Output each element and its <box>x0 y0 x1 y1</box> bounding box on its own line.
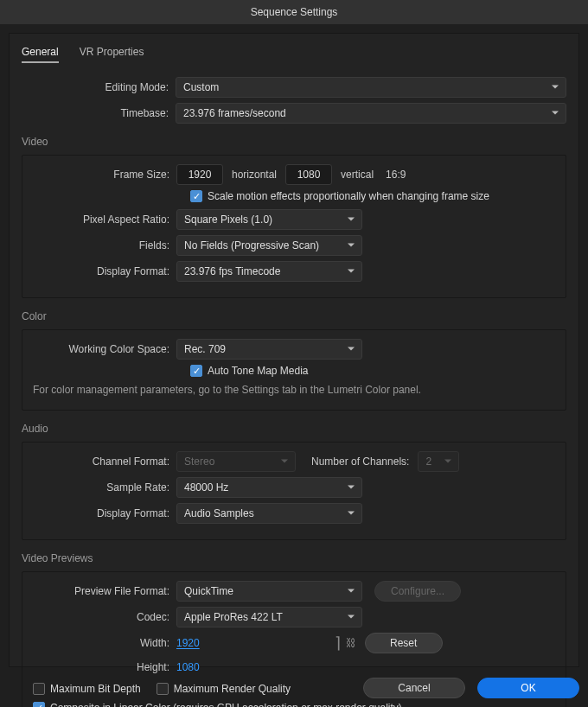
timebase-select[interactable]: 23.976 frames/second <box>176 103 566 124</box>
working-color-space-select[interactable]: Rec. 709 <box>176 339 362 360</box>
horizontal-label: horizontal <box>232 169 277 181</box>
composite-linear-checkbox[interactable] <box>33 702 45 707</box>
section-audio-title: Audio <box>22 423 566 435</box>
video-display-format-select[interactable]: 23.976 fps Timecode <box>176 261 362 282</box>
settings-panel: General VR Properties Editing Mode: Cust… <box>9 33 579 667</box>
configure-button: Configure... <box>374 581 461 602</box>
editing-mode-label: Editing Mode: <box>22 81 176 93</box>
working-color-space-label: Working Color Space: <box>33 343 176 355</box>
tab-general[interactable]: General <box>22 46 59 63</box>
link-dimensions-icon[interactable]: ⛓ <box>346 637 356 649</box>
max-bit-depth-label: Maximum Bit Depth <box>50 683 141 695</box>
preview-file-format-label: Preview File Format: <box>33 585 176 597</box>
audio-display-format-select[interactable]: Audio Samples <box>176 503 362 524</box>
codec-select[interactable]: Apple ProRes 422 LT <box>176 607 362 627</box>
audio-display-format-label: Display Format: <box>33 507 176 519</box>
scale-motion-label: Scale motion effects proportionally when… <box>208 190 489 202</box>
max-bit-depth-checkbox[interactable] <box>33 683 45 695</box>
frame-size-label: Frame Size: <box>33 169 176 181</box>
pixel-aspect-label: Pixel Aspect Ratio: <box>33 213 176 226</box>
ok-button[interactable]: OK <box>477 678 579 698</box>
auto-tone-map-checkbox[interactable] <box>190 365 202 377</box>
video-display-format-label: Display Format: <box>33 265 176 277</box>
fields-select[interactable]: No Fields (Progressive Scan) <box>176 235 362 256</box>
frame-width-input[interactable] <box>176 164 223 185</box>
cancel-button[interactable]: Cancel <box>363 678 465 698</box>
link-bracket-icon: ⌉ <box>335 634 341 653</box>
timebase-label: Timebase: <box>22 107 176 119</box>
auto-tone-map-label: Auto Tone Map Media <box>208 365 309 377</box>
max-render-quality-checkbox[interactable] <box>157 683 169 695</box>
section-color: Working Color Space: Rec. 709 Auto Tone … <box>22 329 566 411</box>
sample-rate-select[interactable]: 48000 Hz <box>176 477 362 498</box>
preview-width-label: Width: <box>33 637 176 649</box>
reset-button[interactable]: Reset <box>365 633 443 653</box>
frame-height-input[interactable] <box>285 164 332 185</box>
max-render-quality-label: Maximum Render Quality <box>174 683 291 695</box>
preview-width-value[interactable]: 1920 <box>176 637 200 649</box>
pixel-aspect-select[interactable]: Square Pixels (1.0) <box>176 209 362 230</box>
codec-label: Codec: <box>33 611 176 623</box>
section-video: Frame Size: horizontal vertical 16:9 Sca… <box>22 155 566 298</box>
sample-rate-label: Sample Rate: <box>33 481 176 494</box>
tab-vr-properties[interactable]: VR Properties <box>80 46 144 63</box>
section-audio: Channel Format: Stereo Number of Channel… <box>22 442 566 540</box>
composite-linear-label: Composite in Linear Color (requires GPU … <box>50 702 402 707</box>
preview-file-format-select[interactable]: QuickTime <box>176 581 362 602</box>
section-previews-title: Video Previews <box>22 552 566 564</box>
vertical-label: vertical <box>341 169 374 181</box>
channel-format-select: Stereo <box>176 451 296 472</box>
color-info-text: For color management parameters, go to t… <box>33 384 555 396</box>
channel-format-label: Channel Format: <box>33 455 176 468</box>
dialog-title: Sequence Settings <box>0 0 588 24</box>
scale-motion-checkbox[interactable] <box>190 190 202 202</box>
editing-mode-select[interactable]: Custom <box>176 77 566 98</box>
num-channels-select: 2 <box>418 451 459 472</box>
section-video-title: Video <box>22 136 566 148</box>
preview-height-label: Height: <box>33 661 176 673</box>
aspect-ratio-value: 16:9 <box>386 169 406 181</box>
section-color-title: Color <box>22 310 566 322</box>
preview-height-value[interactable]: 1080 <box>176 661 200 673</box>
num-channels-label: Number of Channels: <box>311 455 409 468</box>
fields-label: Fields: <box>33 239 176 252</box>
